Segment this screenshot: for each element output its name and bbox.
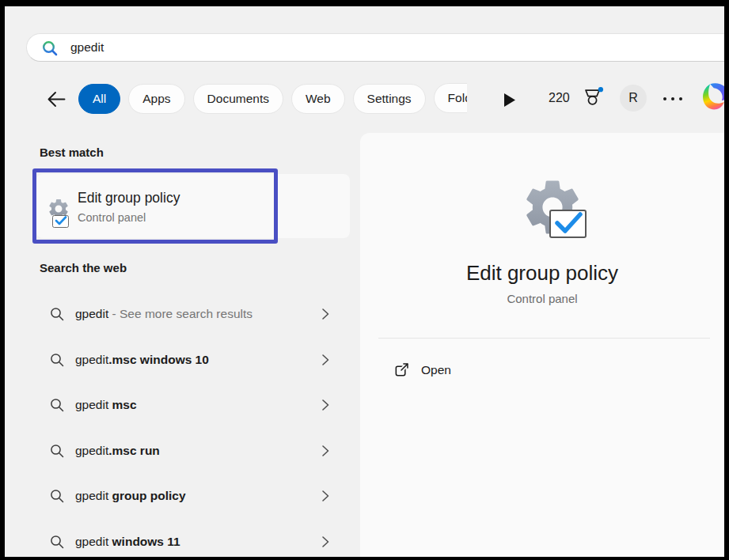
copilot-icon[interactable]	[701, 82, 724, 111]
search-icon	[49, 352, 65, 368]
chevron-right-icon[interactable]	[318, 307, 332, 321]
search-bar[interactable]	[26, 33, 724, 62]
web-suggestion-row[interactable]: gpedit group policy	[40, 482, 340, 510]
arrow-left-icon	[49, 93, 65, 106]
chevron-right-icon[interactable]	[318, 535, 332, 549]
search-icon	[49, 397, 65, 413]
chevron-right-icon[interactable]	[318, 444, 332, 458]
divider	[378, 338, 710, 339]
open-external-icon	[393, 361, 410, 378]
suggestion-text: gpedit windows 11	[75, 528, 180, 556]
suggestion-text: gpedit.msc run	[75, 437, 160, 465]
tab-web[interactable]: Web	[291, 84, 345, 114]
open-label: Open	[421, 356, 451, 384]
web-suggestion-row[interactable]: gpedit msc	[40, 391, 340, 419]
checkbox-check-icon	[52, 215, 69, 228]
search-icon	[49, 443, 65, 459]
preview-panel: Edit group policy Control panel Open	[360, 133, 724, 557]
chevron-right-icon[interactable]	[318, 489, 332, 503]
ellipsis-icon	[662, 95, 684, 103]
chevron-right-icon[interactable]	[318, 353, 332, 367]
suggestion-text: gpedit.msc windows 10	[75, 346, 209, 374]
tab-documents[interactable]: Documents	[193, 84, 283, 114]
preview-subtitle: Control panel	[360, 292, 724, 305]
suggestion-text: gpedit - See more search results	[75, 300, 252, 328]
best-match-subtitle: Control panel	[78, 211, 146, 224]
search-icon	[49, 488, 65, 504]
tab-apps[interactable]: Apps	[128, 84, 184, 114]
web-suggestion-row[interactable]: gpedit - See more search results	[40, 300, 340, 328]
tab-folders[interactable]: Folders	[434, 83, 467, 113]
filter-tabs: All Apps Documents Web Settings Folders	[78, 83, 467, 115]
checkbox-check-icon	[549, 210, 587, 238]
play-icon[interactable]	[504, 93, 515, 107]
web-suggestion-row[interactable]: gpedit.msc run	[40, 437, 340, 465]
best-match-heading: Best match	[40, 146, 104, 159]
search-window: All Apps Documents Web Settings Folders …	[5, 6, 724, 557]
rewards-points[interactable]: 220	[549, 91, 570, 105]
chevron-right-icon[interactable]	[318, 398, 332, 412]
rewards-medal-icon[interactable]	[582, 87, 604, 111]
best-match-title: Edit group policy	[78, 190, 180, 206]
web-suggestion-row[interactable]: gpedit windows 11	[40, 528, 340, 556]
search-input[interactable]	[70, 34, 688, 61]
search-web-heading: Search the web	[40, 261, 127, 274]
web-suggestion-row[interactable]: gpedit.msc windows 10	[40, 346, 340, 374]
tab-settings[interactable]: Settings	[353, 84, 426, 114]
tab-all[interactable]: All	[78, 84, 120, 114]
more-options-button[interactable]	[662, 95, 684, 103]
notification-dot	[598, 87, 603, 92]
avatar[interactable]: R	[620, 85, 647, 112]
back-button[interactable]	[44, 88, 68, 112]
open-action[interactable]: Open	[384, 356, 558, 384]
tab-folders-clipped: Folders	[434, 83, 467, 115]
suggestion-text: gpedit group policy	[75, 482, 186, 510]
search-icon	[49, 306, 65, 322]
best-match-item[interactable]: Edit group policy Control panel	[36, 174, 350, 238]
search-icon	[41, 40, 59, 57]
search-icon	[49, 534, 65, 550]
suggestion-text: gpedit msc	[75, 391, 137, 419]
preview-title: Edit group policy	[360, 261, 724, 286]
